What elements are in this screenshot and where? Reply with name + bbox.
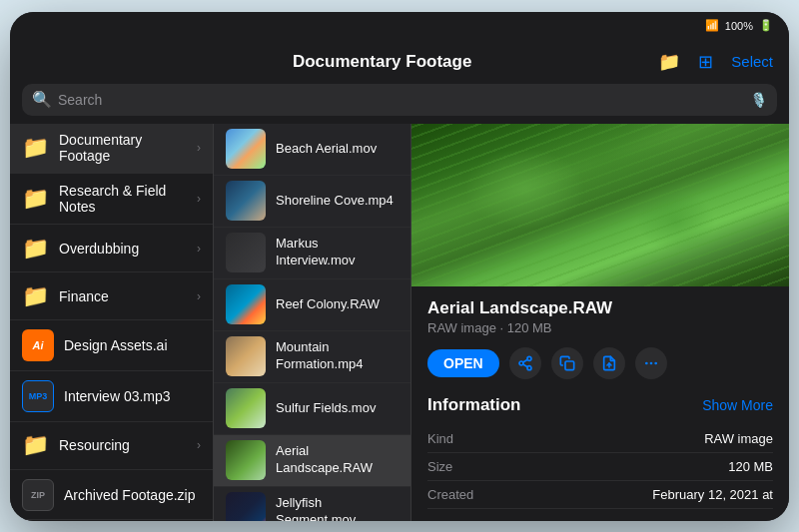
- file-item-reef[interactable]: Reef Colony.RAW: [214, 279, 410, 331]
- sidebar-item-resourcing[interactable]: 📁 Resourcing ›: [10, 422, 213, 470]
- file-thumbnail: [226, 233, 266, 272]
- nav-actions: 📁 ⊞ Select: [658, 51, 773, 73]
- more-button[interactable]: [635, 347, 667, 379]
- folder-icon[interactable]: 📁: [658, 51, 680, 73]
- device-frame: 📶 100% 🔋 Documentary Footage 📁 ⊞ Select …: [10, 12, 789, 521]
- file-item-jellyfish[interactable]: Jellyfish Segment.mov: [214, 487, 410, 521]
- grid-icon[interactable]: ⊞: [698, 51, 713, 73]
- battery-icon: 🔋: [759, 19, 773, 32]
- sidebar-item-label: Research & Field Notes: [59, 183, 197, 215]
- search-placeholder: Search: [58, 92, 744, 108]
- sidebar-item-label: Documentary Footage: [59, 132, 197, 164]
- svg-rect-5: [565, 361, 574, 370]
- file-list: Beach Aerial.mov Shoreline Cove.mp4 Mark…: [214, 124, 411, 521]
- file-thumbnail: [226, 129, 266, 169]
- mp3-file-icon: MP3: [22, 380, 54, 412]
- file-item-shoreline[interactable]: Shoreline Cove.mp4: [214, 176, 410, 228]
- chevron-icon: ›: [197, 192, 201, 206]
- sidebar-item-research[interactable]: 📁 Research & Field Notes ›: [10, 174, 213, 225]
- zip-file-icon: ZIP: [22, 479, 54, 511]
- show-more-button[interactable]: Show More: [702, 397, 773, 413]
- detail-actions: OPEN: [427, 347, 773, 379]
- row-value: RAW image: [704, 431, 773, 446]
- svg-line-3: [522, 364, 527, 367]
- sidebar-item-documentary[interactable]: 📁 Documentary Footage ›: [10, 124, 213, 175]
- detail-meta: RAW image · 120 MB: [427, 320, 773, 335]
- sidebar-item-label: Resourcing: [59, 437, 197, 453]
- file-thumbnail: [226, 284, 266, 324]
- row-label: Size: [427, 459, 452, 474]
- sidebar-item-label: Interview 03.mp3: [64, 388, 201, 404]
- sidebar-item-finance[interactable]: 📁 Finance ›: [10, 272, 213, 320]
- folder-icon: 📁: [22, 432, 49, 458]
- chevron-icon: ›: [197, 141, 201, 155]
- detail-filename: Aerial Landscape.RAW: [427, 298, 773, 318]
- file-item-mountain[interactable]: Mountain Formation.mp4: [214, 331, 410, 383]
- export-button[interactable]: [593, 347, 625, 379]
- file-name: Reef Colony.RAW: [276, 296, 380, 313]
- info-section-title: Information: [427, 395, 521, 415]
- wifi-icon: 📶: [705, 19, 719, 32]
- row-label: Created: [427, 487, 473, 502]
- file-thumbnail: [226, 388, 266, 428]
- sidebar-item-label: Overdubbing: [59, 241, 197, 257]
- file-item-aerial[interactable]: Aerial Landscape.RAW: [214, 435, 410, 487]
- svg-line-4: [522, 359, 527, 362]
- copy-button[interactable]: [551, 347, 583, 379]
- sidebar-item-label: Archived Footage.zip: [64, 487, 201, 503]
- folder-icon: 📁: [22, 186, 49, 212]
- select-button[interactable]: Select: [731, 53, 773, 70]
- detail-preview-image: [411, 124, 789, 286]
- folder-icon: 📁: [22, 283, 49, 309]
- folder-icon: 📁: [22, 135, 49, 161]
- mic-button[interactable]: 🎙️: [750, 92, 767, 108]
- nav-title: Documentary Footage: [106, 52, 658, 72]
- search-icon: 🔍: [32, 90, 52, 109]
- row-value: 120 MB: [728, 459, 773, 474]
- file-item-sulfur[interactable]: Sulfur Fields.mov: [214, 383, 410, 435]
- file-name: Markus Interview.mov: [276, 236, 399, 269]
- main-content: 📁 Documentary Footage › 📁 Research & Fie…: [10, 124, 789, 521]
- row-value: February 12, 2021 at: [652, 487, 773, 502]
- sidebar: 📁 Documentary Footage › 📁 Research & Fie…: [10, 124, 214, 521]
- file-name: Beach Aerial.mov: [276, 141, 377, 158]
- detail-row-created: Created February 12, 2021 at: [427, 481, 773, 509]
- sidebar-item-overdubbing[interactable]: 📁 Overdubbing ›: [10, 225, 213, 272]
- folder-icon: 📁: [22, 236, 49, 262]
- sidebar-item-design[interactable]: Ai Design Assets.ai: [10, 320, 213, 371]
- ai-file-icon: Ai: [22, 329, 54, 361]
- svg-point-8: [649, 361, 652, 364]
- detail-section-header: Information Show More: [427, 395, 773, 415]
- nav-bar: Documentary Footage 📁 ⊞ Select: [10, 40, 789, 84]
- detail-row-kind: Kind RAW image: [427, 425, 773, 453]
- file-name: Aerial Landscape.RAW: [276, 443, 399, 477]
- row-label: Kind: [427, 431, 453, 446]
- detail-panel: Aerial Landscape.RAW RAW image · 120 MB …: [411, 124, 789, 521]
- file-item-markus[interactable]: Markus Interview.mov: [214, 228, 410, 279]
- sidebar-item-archived[interactable]: ZIP Archived Footage.zip: [10, 470, 213, 521]
- file-thumbnail: [226, 336, 266, 376]
- svg-point-7: [645, 361, 648, 364]
- file-name: Sulfur Fields.mov: [276, 400, 376, 417]
- sidebar-item-interview[interactable]: MP3 Interview 03.mp3: [10, 371, 213, 422]
- file-name: Mountain Formation.mp4: [276, 339, 399, 373]
- search-input-wrap[interactable]: 🔍 Search 🎙️: [22, 84, 777, 116]
- file-name: Shoreline Cove.mp4: [276, 193, 394, 210]
- sidebar-item-label: Finance: [59, 288, 197, 304]
- file-thumbnail: [226, 492, 266, 521]
- share-button[interactable]: [509, 347, 541, 379]
- chevron-icon: ›: [197, 438, 201, 452]
- file-thumbnail: [226, 181, 266, 221]
- chevron-icon: ›: [197, 242, 201, 256]
- svg-point-9: [654, 361, 657, 364]
- battery-percent: 100%: [725, 20, 753, 32]
- open-button[interactable]: OPEN: [427, 349, 499, 377]
- search-bar: 🔍 Search 🎙️: [10, 84, 789, 124]
- file-name: Jellyfish Segment.mov: [276, 495, 399, 520]
- file-thumbnail: [226, 440, 266, 480]
- detail-row-size: Size 120 MB: [427, 453, 773, 481]
- chevron-icon: ›: [197, 289, 201, 303]
- detail-info: Aerial Landscape.RAW RAW image · 120 MB …: [411, 286, 789, 521]
- file-item-beach[interactable]: Beach Aerial.mov: [214, 124, 410, 176]
- sidebar-item-label: Design Assets.ai: [64, 337, 201, 353]
